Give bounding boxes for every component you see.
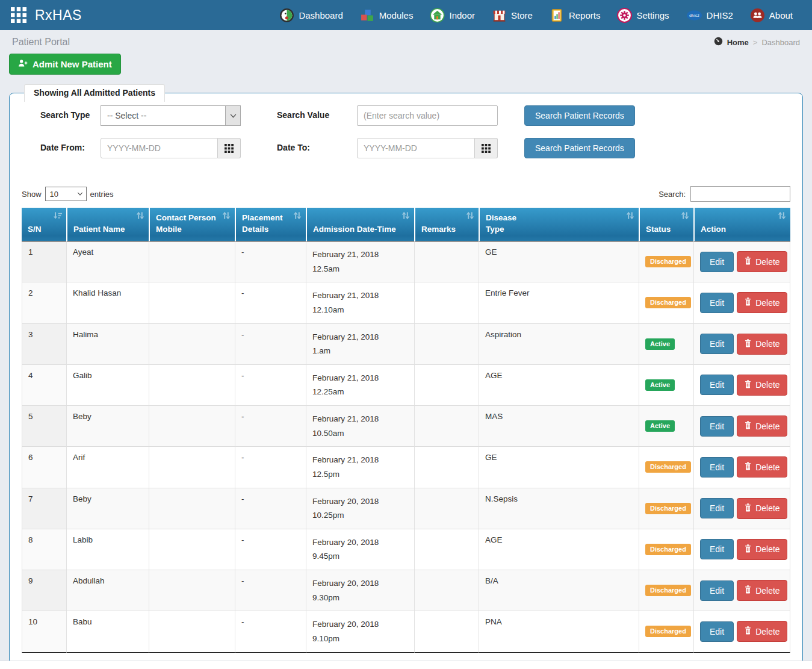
nav-item-dhis2[interactable]: dhis2DHIS2 [678, 0, 742, 30]
cell-status: Discharged [639, 611, 693, 652]
search-patient-records-button[interactable]: Search Patient Records [524, 105, 635, 126]
nav-item-label: DHIS2 [707, 10, 733, 20]
delete-button[interactable]: Delete [737, 334, 787, 355]
edit-button[interactable]: Edit [700, 457, 734, 478]
search-type-select[interactable]: -- Select -- [101, 105, 241, 126]
cell-action: EditDelete [693, 529, 790, 570]
cell-placement: - [235, 529, 306, 570]
delete-button[interactable]: Delete [737, 498, 787, 519]
trash-icon [744, 503, 752, 514]
cell-sn: 4 [22, 365, 66, 406]
delete-button[interactable]: Delete [737, 415, 787, 437]
brand-label: RxHAS [35, 7, 82, 23]
column-header-label: Placement Details [242, 213, 283, 234]
delete-button[interactable]: Delete [737, 375, 787, 396]
edit-button[interactable]: Edit [700, 252, 734, 272]
delete-button[interactable]: Delete [737, 580, 787, 601]
edit-button[interactable]: Edit [700, 416, 734, 437]
column-header-remarks[interactable]: Remarks [414, 208, 479, 241]
edit-button[interactable]: Edit [700, 539, 734, 559]
admit-new-patient-button[interactable]: Admit New Patient [9, 54, 121, 75]
cell-patient-name: Khalid Hasan [66, 282, 149, 323]
edit-button[interactable]: Edit [700, 375, 734, 395]
nav-item-label: Indoor [449, 10, 475, 20]
cell-contact-mobile [149, 282, 235, 323]
cell-patient-name: Arif [66, 447, 149, 488]
column-header-label: Disease Type [486, 213, 516, 234]
column-header-admission-date-time[interactable]: Admission Date-Time [306, 208, 414, 241]
cell-remarks [414, 406, 479, 447]
cell-action: EditDelete [693, 241, 790, 282]
status-badge: Active [645, 420, 675, 432]
edit-button[interactable]: Edit [700, 334, 734, 354]
nav-item-reports[interactable]: Reports [541, 0, 609, 30]
column-header-s-n[interactable]: S/N [22, 208, 66, 241]
cell-action: EditDelete [693, 611, 790, 652]
nav-item-indoor[interactable]: Indoor [421, 0, 483, 30]
page-length-select[interactable]: 10 [45, 187, 87, 201]
reports-icon [550, 8, 565, 23]
cell-sn: 2 [22, 282, 66, 323]
modules-icon [360, 8, 375, 23]
breadcrumb-current: Dashboard [761, 38, 800, 47]
calendar-grid-icon[interactable] [475, 138, 498, 158]
cell-sn: 8 [22, 529, 66, 570]
cell-sn: 6 [22, 447, 66, 488]
sort-icon [466, 211, 474, 223]
column-header-patient-name[interactable]: Patient Name [66, 208, 149, 241]
column-header-action[interactable]: Action [693, 208, 790, 241]
date-from-input[interactable] [101, 138, 218, 158]
trash-icon [744, 339, 752, 349]
search-value-input[interactable] [357, 105, 498, 126]
delete-button[interactable]: Delete [737, 456, 787, 478]
cell-placement: - [235, 365, 306, 406]
cell-sn: 10 [22, 611, 66, 652]
sort-icon [136, 211, 144, 223]
cell-action: EditDelete [693, 406, 790, 447]
date-to-input[interactable] [357, 138, 475, 158]
cell-disease: Entrie Fever [479, 282, 639, 323]
nav-item-dashboard[interactable]: Dashboard [271, 0, 351, 30]
breadcrumb-home[interactable]: Home [727, 38, 749, 47]
edit-button[interactable]: Edit [700, 580, 734, 601]
nav-item-modules[interactable]: Modules [352, 0, 422, 30]
page-title: Patient Portal [12, 37, 70, 48]
nav-item-about[interactable]: About [742, 0, 801, 30]
sort-icon [778, 211, 786, 223]
column-header-status[interactable]: Status [639, 208, 693, 241]
cell-status: Active [639, 324, 693, 365]
cell-remarks [414, 241, 479, 282]
column-header-disease-type[interactable]: Disease Type [479, 208, 639, 241]
calendar-grid-icon[interactable] [218, 138, 241, 158]
delete-button[interactable]: Delete [737, 539, 787, 560]
delete-button[interactable]: Delete [737, 621, 787, 642]
edit-button[interactable]: Edit [700, 621, 734, 642]
column-header-contact-person-mobile[interactable]: Contact Person Mobile [149, 208, 235, 241]
table-search-input[interactable] [690, 186, 790, 202]
trash-icon [744, 297, 752, 308]
column-header-placement-details[interactable]: Placement Details [235, 208, 306, 241]
cell-admission-datetime: February 21, 201812.5pm [306, 447, 414, 488]
nav-item-label: Modules [379, 10, 414, 20]
delete-button[interactable]: Delete [737, 251, 787, 272]
cell-placement: - [235, 324, 306, 365]
indoor-icon [430, 8, 445, 23]
cell-action: EditDelete [693, 282, 790, 323]
status-badge: Active [645, 379, 675, 391]
nav-item-settings[interactable]: Settings [609, 0, 677, 30]
status-badge: Discharged [645, 297, 691, 308]
cell-contact-mobile [149, 447, 235, 488]
search-patient-records-date-button[interactable]: Search Patient Records [524, 138, 635, 158]
delete-button[interactable]: Delete [737, 292, 787, 313]
column-header-label: Remarks [421, 225, 456, 234]
edit-button[interactable]: Edit [700, 498, 734, 518]
cell-admission-datetime: February 21, 201812.5am [306, 241, 414, 282]
column-header-label: Patient Name [73, 225, 125, 234]
nav-item-store[interactable]: Store [483, 0, 541, 30]
table-row: 9Abdullah-February 20, 20189.30pmB/ADisc… [22, 570, 790, 611]
page-length-value: 10 [50, 190, 58, 199]
edit-button[interactable]: Edit [700, 293, 734, 313]
date-to-label: Date To: [277, 138, 357, 152]
cell-action: EditDelete [693, 324, 790, 365]
brand[interactable]: RxHAS [11, 7, 82, 23]
